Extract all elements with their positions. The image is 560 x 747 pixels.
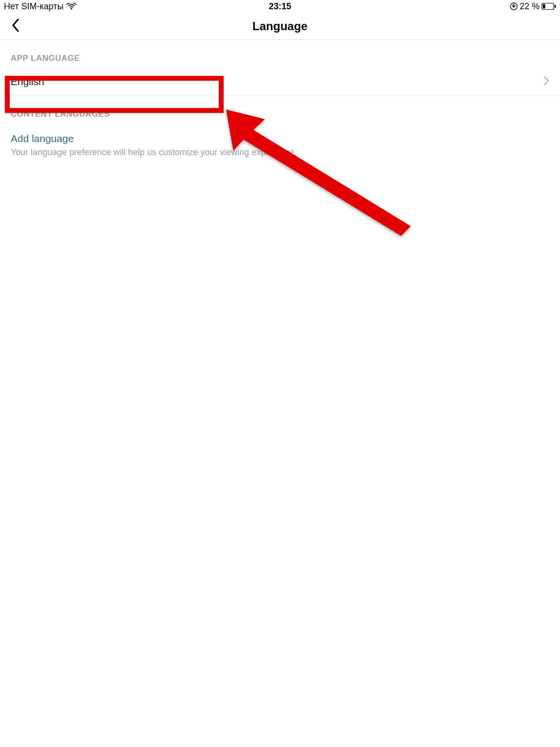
status-right: 22 % (510, 1, 556, 12)
wifi-icon (67, 3, 76, 10)
rotation-lock-icon (510, 2, 518, 10)
status-time: 23:15 (269, 1, 291, 12)
status-battery-text: 22 % (520, 1, 540, 12)
svg-rect-3 (555, 5, 556, 8)
content-language-hint: Your language preference will help us cu… (0, 146, 560, 158)
app-language-value: English (11, 76, 44, 88)
section-header-app-language: APP LANGUAGE (0, 40, 560, 68)
nav-bar: Language (0, 13, 560, 40)
status-bar: Нет SIM-карты 23:15 22 % (0, 0, 560, 13)
page-title: Language (252, 19, 307, 33)
chevron-right-icon (543, 76, 549, 88)
status-sim-text: Нет SIM-карты (4, 1, 64, 12)
status-left: Нет SIM-карты (4, 1, 76, 12)
content-area: APP LANGUAGE English CONTENT LANGUAGES A… (0, 40, 560, 158)
back-button[interactable] (4, 15, 27, 38)
svg-rect-2 (543, 4, 545, 9)
section-header-content-languages: CONTENT LANGUAGES (0, 96, 560, 124)
battery-icon (542, 3, 556, 10)
add-language-link[interactable]: Add language (0, 124, 560, 146)
chevron-left-icon (11, 18, 20, 34)
app-language-row[interactable]: English (0, 68, 560, 96)
